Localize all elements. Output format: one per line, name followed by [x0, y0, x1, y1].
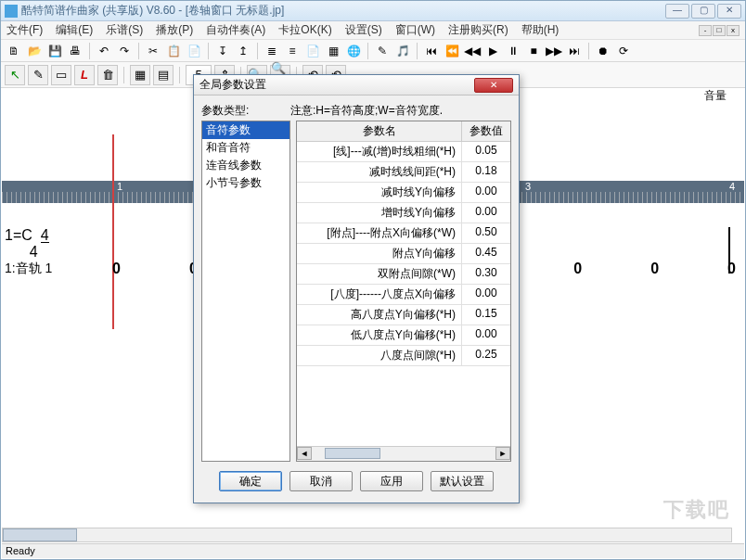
playhead[interactable] — [112, 134, 114, 329]
tb1-btn-21[interactable]: ✎ — [373, 42, 392, 60]
col-name[interactable]: 参数名 — [297, 121, 462, 141]
param-row-1[interactable]: 减时线线间距(*H)0.18 — [297, 162, 510, 183]
param-row-9[interactable]: 低八度点Y向偏移(*H)0.00 — [297, 325, 510, 346]
tb1-btn-33[interactable]: ⏺ — [594, 42, 612, 60]
scroll-left-button[interactable]: ◄ — [297, 447, 312, 460]
tb2-btn-3[interactable]: L — [74, 65, 95, 85]
category-item-2[interactable]: 连音线参数 — [202, 157, 289, 174]
minimize-button[interactable]: — — [665, 4, 689, 19]
category-item-1[interactable]: 和音音符 — [202, 139, 289, 157]
tb1-btn-8[interactable]: ✂ — [144, 42, 162, 60]
tb1-btn-31[interactable]: ⏭ — [565, 42, 584, 60]
tb1-btn-24[interactable]: ⏮ — [422, 42, 441, 60]
close-button[interactable]: ✕ — [717, 4, 741, 19]
menu-score[interactable]: 乐谱(S) — [106, 22, 143, 38]
param-value[interactable]: 0.00 — [462, 285, 510, 304]
category-item-3[interactable]: 小节号参数 — [202, 174, 289, 192]
param-name: 附点Y向偏移 — [297, 244, 462, 263]
maximize-button[interactable]: ▢ — [691, 4, 715, 19]
param-name: 减时线线间距(*H) — [297, 162, 462, 182]
tb1-btn-15[interactable]: ≣ — [263, 42, 281, 60]
param-value[interactable]: 0.05 — [462, 142, 510, 161]
param-value[interactable]: 0.50 — [462, 223, 510, 243]
tb1-btn-9[interactable]: 📋 — [164, 42, 183, 60]
menu-autoaccomp[interactable]: 自动伴奏(A) — [206, 22, 265, 38]
cancel-button[interactable]: 取消 — [289, 471, 353, 491]
mdi-min[interactable]: - — [699, 25, 712, 36]
apply-button[interactable]: 应用 — [360, 471, 423, 491]
param-value[interactable]: 0.18 — [462, 162, 510, 182]
menu-settings[interactable]: 设置(S) — [345, 22, 382, 38]
param-row-0[interactable]: [线]---减(增)时线粗细(*H)0.05 — [297, 142, 510, 162]
tb2-btn-4[interactable]: 🗑 — [97, 65, 118, 85]
tb1-btn-1[interactable]: 📂 — [25, 42, 44, 60]
menu-edit[interactable]: 编辑(E) — [56, 22, 93, 38]
param-value[interactable]: 0.00 — [462, 325, 510, 345]
note-8[interactable]: 0 — [727, 261, 736, 277]
mdi-close[interactable]: x — [727, 25, 740, 36]
note-0[interactable]: 0 — [112, 261, 121, 277]
param-row-4[interactable]: [附点]----附点X向偏移(*W)0.50 — [297, 223, 510, 244]
param-row-8[interactable]: 高八度点Y向偏移(*H)0.15 — [297, 305, 510, 325]
param-value[interactable]: 0.25 — [462, 346, 510, 365]
tb1-btn-12[interactable]: ↧ — [213, 42, 232, 60]
category-item-0[interactable]: 音符参数 — [202, 121, 289, 139]
param-value[interactable]: 0.45 — [462, 244, 510, 263]
dialog-close-button[interactable]: ✕ — [474, 78, 513, 93]
tb1-btn-13[interactable]: ↥ — [234, 42, 252, 60]
tb2-btn-7[interactable]: ▤ — [153, 65, 174, 85]
tb1-btn-18[interactable]: ▦ — [324, 42, 342, 60]
tb2-btn-0[interactable]: ↖ — [5, 65, 25, 85]
param-rows[interactable]: [线]---减(增)时线粗细(*H)0.05减时线线间距(*H)0.18减时线Y… — [297, 142, 510, 446]
param-row-10[interactable]: 八度点间隙(*H)0.25 — [297, 346, 510, 366]
tb1-btn-10[interactable]: 📄 — [185, 42, 203, 60]
param-row-5[interactable]: 附点Y向偏移0.45 — [297, 244, 510, 264]
tb1-btn-29[interactable]: ■ — [524, 42, 543, 60]
ok-button[interactable]: 确定 — [219, 471, 282, 491]
param-row-7[interactable]: [八度]------八度点X向偏移0.00 — [297, 285, 510, 305]
tb1-btn-0[interactable]: 🗎 — [5, 42, 23, 60]
tb1-btn-34[interactable]: ⟳ — [614, 42, 633, 60]
tb1-btn-25[interactable]: ⏪ — [443, 42, 461, 60]
category-list[interactable]: 音符参数和音音符连音线参数小节号参数 — [201, 121, 290, 462]
tb1-btn-3[interactable]: 🖶 — [66, 42, 84, 60]
param-hscroll[interactable]: ◄ ► — [297, 446, 510, 461]
menu-file[interactable]: 文件(F) — [6, 22, 43, 38]
horizontal-scrollbar[interactable] — [2, 528, 732, 542]
param-value[interactable]: 0.00 — [462, 183, 510, 202]
param-row-2[interactable]: 减时线Y向偏移0.00 — [297, 183, 510, 203]
mdi-max[interactable]: □ — [713, 25, 726, 36]
tb1-btn-22[interactable]: 🎵 — [393, 42, 412, 60]
menu-window[interactable]: 窗口(W) — [395, 22, 435, 38]
dialog-titlebar[interactable]: 全局参数设置 ✕ — [194, 75, 519, 95]
tb1-btn-16[interactable]: ≡ — [283, 42, 302, 60]
scroll-right-button[interactable]: ► — [495, 447, 510, 460]
tb2-btn-2[interactable]: ▭ — [51, 65, 71, 85]
param-value[interactable]: 0.15 — [462, 305, 510, 325]
tb1-btn-28[interactable]: ⏸ — [504, 42, 522, 60]
tb2-btn-6[interactable]: ▦ — [130, 65, 150, 85]
menu-help[interactable]: 帮助(H) — [521, 22, 560, 38]
tb1-btn-17[interactable]: 📄 — [303, 42, 322, 60]
param-value[interactable]: 0.30 — [462, 264, 510, 284]
menu-play[interactable]: 播放(P) — [156, 22, 193, 38]
note-6[interactable]: 0 — [573, 261, 582, 277]
menu-karaoke[interactable]: 卡拉OK(K) — [278, 22, 331, 38]
tb1-btn-30[interactable]: ▶▶ — [545, 42, 563, 60]
param-value[interactable]: 0.00 — [462, 203, 510, 223]
note-7[interactable]: 0 — [650, 261, 659, 277]
tb1-btn-6[interactable]: ↷ — [115, 42, 134, 60]
scrollbar-thumb[interactable] — [3, 528, 77, 541]
tb1-btn-27[interactable]: ▶ — [483, 42, 502, 60]
param-row-6[interactable]: 双附点间隙(*W)0.30 — [297, 264, 510, 285]
tb1-btn-5[interactable]: ↶ — [95, 42, 113, 60]
tb2-btn-1[interactable]: ✎ — [28, 65, 48, 85]
tb1-btn-19[interactable]: 🌐 — [344, 42, 363, 60]
menu-register[interactable]: 注册购买(R) — [448, 22, 508, 38]
reset-button[interactable]: 默认设置 — [431, 471, 494, 491]
col-value[interactable]: 参数值 — [462, 121, 510, 141]
tb1-btn-26[interactable]: ◀◀ — [463, 42, 482, 60]
tb1-btn-2[interactable]: 💾 — [45, 42, 64, 60]
param-row-3[interactable]: 增时线Y向偏移0.00 — [297, 203, 510, 223]
param-scroll-thumb[interactable] — [325, 448, 380, 459]
